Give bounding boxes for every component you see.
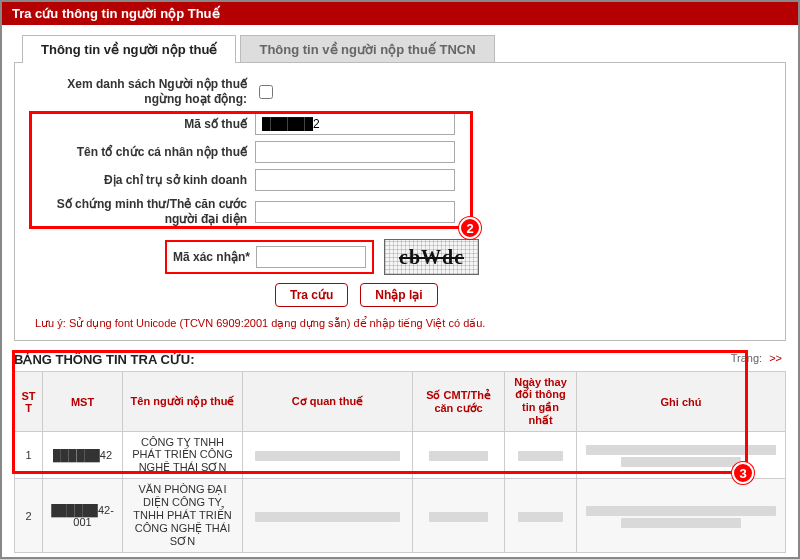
window-title: Tra cứu thông tin người nộp Thuế (2, 2, 798, 25)
cell-cmt (413, 479, 505, 553)
col-cq: Cơ quan thuế (243, 372, 413, 432)
results-header-row: STT MST Tên người nộp thuế Cơ quan thuế … (15, 372, 786, 432)
results-area: BẢNG THÔNG TIN TRA CỨU: Trang: >> STT MS… (14, 352, 786, 553)
table-row[interactable]: 2 ██████42-001 VĂN PHÒNG ĐẠI DIỆN CÔNG T… (15, 479, 786, 553)
cell-cq (243, 479, 413, 553)
representative-id-input[interactable] (255, 201, 455, 223)
org-name-label: Tên tổ chức cá nhân nộp thuế (35, 145, 255, 160)
tab-bar: Thông tin về người nộp thuế Thông tin về… (22, 35, 798, 63)
callout-3: 3 (732, 462, 754, 484)
hq-address-input[interactable] (255, 169, 455, 191)
pager-next[interactable]: >> (769, 352, 782, 364)
unicode-font-note: Lưu ý: Sử dụng font Unicode (TCVN 6909:2… (35, 317, 765, 330)
pager: Trang: >> (731, 352, 782, 364)
tax-code-label: Mã số thuế (35, 117, 255, 132)
col-cmt: Số CMT/Thẻ căn cước (413, 372, 505, 432)
results-heading: BẢNG THÔNG TIN TRA CỨU: (14, 352, 786, 367)
cell-stt: 2 (15, 479, 43, 553)
captcha-image: cbWdc (384, 239, 479, 275)
inactive-list-checkbox[interactable] (259, 85, 273, 99)
col-ngay: Ngày thay đổi thông tin gần nhất (505, 372, 577, 432)
org-name-input[interactable] (255, 141, 455, 163)
search-panel: Xem danh sách Người nộp thuế ngừng hoạt … (14, 62, 786, 341)
captcha-box: Mã xác nhận* (165, 240, 374, 274)
cell-cq (243, 432, 413, 479)
hq-address-label: Địa chỉ trụ sở kinh doanh (35, 173, 255, 188)
cell-mst: ██████42-001 (43, 479, 123, 553)
cell-mst: ██████42 (43, 432, 123, 479)
col-ghichu: Ghi chú (577, 372, 786, 432)
cell-cmt (413, 432, 505, 479)
cell-ngay (505, 479, 577, 553)
cell-stt: 1 (15, 432, 43, 479)
pager-label: Trang: (731, 352, 762, 364)
cell-ngay (505, 432, 577, 479)
results-table: STT MST Tên người nộp thuế Cơ quan thuế … (14, 371, 786, 553)
tax-code-input[interactable] (255, 113, 455, 135)
cell-ghichu (577, 432, 786, 479)
window: Tra cứu thông tin người nộp Thuế Thông t… (0, 0, 800, 559)
col-ten: Tên người nộp thuế (123, 372, 243, 432)
callout-2: 2 (459, 217, 481, 239)
reset-button[interactable]: Nhập lại (360, 283, 437, 307)
cell-ten: CÔNG TY TNHH PHÁT TRIỂN CÔNG NGHỆ THÁI S… (123, 432, 243, 479)
tab-pit-info[interactable]: Thông tin về người nộp thuế TNCN (240, 35, 494, 63)
captcha-label: Mã xác nhận* (173, 250, 250, 264)
cell-ten: VĂN PHÒNG ĐẠI DIỆN CÔNG TY TNHH PHÁT TRI… (123, 479, 243, 553)
search-button[interactable]: Tra cứu (275, 283, 348, 307)
col-mst: MST (43, 372, 123, 432)
inactive-list-label: Xem danh sách Người nộp thuế ngừng hoạt … (35, 77, 255, 107)
table-row[interactable]: 1 ██████42 CÔNG TY TNHH PHÁT TRIỂN CÔNG … (15, 432, 786, 479)
cell-ghichu (577, 479, 786, 553)
representative-id-label: Số chứng minh thư/Thẻ căn cước người đại… (35, 197, 255, 227)
col-stt: STT (15, 372, 43, 432)
tab-taxpayer-info[interactable]: Thông tin về người nộp thuế (22, 35, 236, 63)
captcha-input[interactable] (256, 246, 366, 268)
